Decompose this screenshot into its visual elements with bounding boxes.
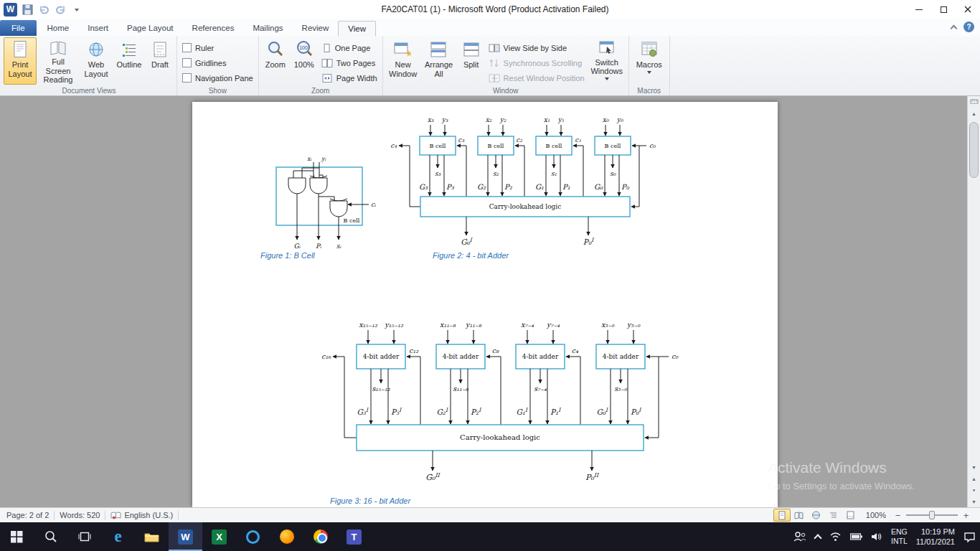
gridlines-checkbox[interactable] [182, 58, 192, 67]
zoom-in-button[interactable] [961, 510, 971, 521]
zoom-100-button[interactable]: 100 100% [290, 37, 319, 85]
scroll-down-button[interactable] [968, 461, 980, 473]
split-button[interactable]: Split [457, 37, 486, 85]
tab-review[interactable]: Review [293, 20, 339, 36]
page-indicator[interactable]: Page: 2 of 2 [1, 508, 54, 522]
ruler-checkbox[interactable] [182, 43, 192, 52]
tab-home[interactable]: Home [38, 20, 79, 36]
group-window: New Window Arrange All Split View Side b… [383, 36, 629, 95]
arrange-all-icon [430, 39, 448, 60]
vertical-scrollbar[interactable] [967, 96, 980, 507]
navigation-pane-checkbox-row[interactable]: Navigation Pane [179, 70, 256, 85]
close-button[interactable] [956, 0, 980, 19]
draft-button[interactable]: Draft [146, 37, 174, 85]
one-page-button[interactable]: One Page [319, 40, 380, 55]
ruler-checkbox-row[interactable]: Ruler [179, 40, 256, 55]
view-side-by-side-button[interactable]: View Side by Side [486, 40, 588, 55]
clock[interactable]: 10:19 PM11/01/2021 [912, 522, 959, 551]
teams-button[interactable] [337, 522, 371, 551]
battery-button[interactable] [846, 522, 867, 551]
zoom-level[interactable]: 100% [859, 511, 892, 519]
help-icon[interactable] [963, 22, 974, 32]
two-pages-button[interactable]: Two Pages [319, 55, 380, 70]
word-button[interactable] [169, 522, 202, 551]
scrollbar-track[interactable] [968, 119, 980, 461]
synchronous-scrolling-button[interactable]: Synchronous Scrolling [486, 55, 588, 70]
word-app-icon[interactable]: W [4, 3, 17, 17]
clock-date: 11/01/2021 [916, 537, 955, 547]
zoom-button[interactable]: Zoom [261, 37, 290, 85]
svg-text:y₀: y₀ [616, 116, 624, 123]
save-button[interactable] [21, 3, 34, 16]
status-view-print-layout[interactable] [773, 509, 791, 522]
browse-next-button[interactable] [968, 496, 980, 507]
qat-customize-dropdown[interactable] [70, 3, 83, 16]
status-view-full-screen[interactable] [791, 509, 808, 522]
navigation-pane-checkbox[interactable] [182, 73, 192, 83]
maximize-button[interactable] [931, 0, 956, 19]
document-page[interactable]: x₃y₃B cells₃G₃P₃x₂y₂B cells₂G₂P₂x₁y₁B ce… [192, 102, 778, 507]
tab-page-layout[interactable]: Page Layout [118, 20, 183, 36]
switch-windows-button[interactable]: Switch Windows [588, 37, 626, 85]
network-button[interactable] [825, 522, 846, 551]
svg-text:B cell: B cell [605, 143, 621, 149]
clock-time: 10:19 PM [916, 527, 955, 537]
tab-view[interactable]: View [338, 21, 376, 37]
hidden-icons-button[interactable] [811, 522, 825, 551]
proofing-status[interactable]: English (U.S.) [105, 508, 178, 522]
scroll-up-button[interactable] [968, 108, 980, 119]
explorer-button[interactable] [135, 522, 169, 551]
svg-text:s₃: s₃ [435, 170, 441, 177]
web-layout-icon [88, 39, 105, 60]
svg-text:Carry-lookahead logic: Carry-lookahead logic [460, 433, 540, 441]
switch-windows-dropdown-caret [605, 77, 609, 83]
language-switcher[interactable]: ENGINTL [887, 522, 912, 551]
undo-button[interactable] [37, 3, 50, 16]
arrange-all-button[interactable]: Arrange All [421, 37, 457, 85]
task-view-button[interactable] [67, 522, 101, 551]
tab-references[interactable]: References [183, 20, 244, 36]
status-view-draft[interactable] [842, 509, 859, 522]
browser-button[interactable] [236, 522, 270, 551]
zoom-slider[interactable] [906, 514, 958, 516]
svg-text:c₁₂: c₁₂ [409, 347, 419, 354]
switch-windows-icon [598, 39, 616, 57]
firefox-button[interactable] [270, 522, 303, 551]
tab-insert[interactable]: Insert [78, 20, 118, 36]
figure-3-diagram: x₁₅₋₁₂y₁₅₋₁₂4-bit adders₁₅₋₁₂G₃IP₃Ix₁₁₋₈… [321, 321, 679, 482]
search-button[interactable] [34, 522, 67, 551]
repeat-button[interactable] [54, 3, 67, 16]
macros-button[interactable]: Macros [631, 37, 667, 85]
page-width-button[interactable]: Page Width [319, 70, 380, 85]
scrollbar-thumb[interactable] [969, 122, 979, 178]
svg-text:4-bit adder: 4-bit adder [522, 353, 559, 360]
people-button[interactable] [789, 522, 811, 551]
web-layout-button[interactable]: Web Layout [80, 37, 113, 85]
gridlines-checkbox-row[interactable]: Gridlines [179, 55, 256, 70]
action-center-button[interactable] [959, 522, 980, 551]
start-button[interactable] [0, 522, 34, 551]
tab-file[interactable]: File [0, 20, 37, 36]
browse-previous-button[interactable] [968, 473, 980, 484]
minimize-button[interactable] [907, 0, 931, 19]
full-screen-reading-button[interactable]: Full Screen Reading [37, 37, 80, 85]
print-layout-button[interactable]: Print Layout [4, 37, 37, 85]
zoom-slider-thumb[interactable] [929, 511, 935, 519]
volume-button[interactable] [867, 522, 887, 551]
chrome-button[interactable] [303, 522, 337, 551]
status-view-outline[interactable] [825, 509, 842, 522]
speaker-icon [871, 532, 882, 542]
zoom-out-button[interactable] [892, 510, 903, 521]
ribbon-collapse-icon[interactable] [951, 24, 956, 31]
tab-mailings[interactable]: Mailings [243, 20, 292, 36]
ruler-toggle-button[interactable] [968, 96, 980, 108]
svg-text:y₁: y₁ [557, 116, 565, 123]
edge-button[interactable] [101, 522, 135, 551]
new-window-button[interactable]: New Window [385, 37, 421, 85]
reset-window-position-button[interactable]: Reset Window Position [486, 70, 588, 85]
select-browse-object-button[interactable] [968, 484, 980, 496]
status-view-web-layout[interactable] [808, 509, 825, 522]
excel-button[interactable] [202, 522, 236, 551]
outline-button[interactable]: Outline [113, 37, 146, 85]
word-count[interactable]: Words: 520 [55, 508, 105, 522]
